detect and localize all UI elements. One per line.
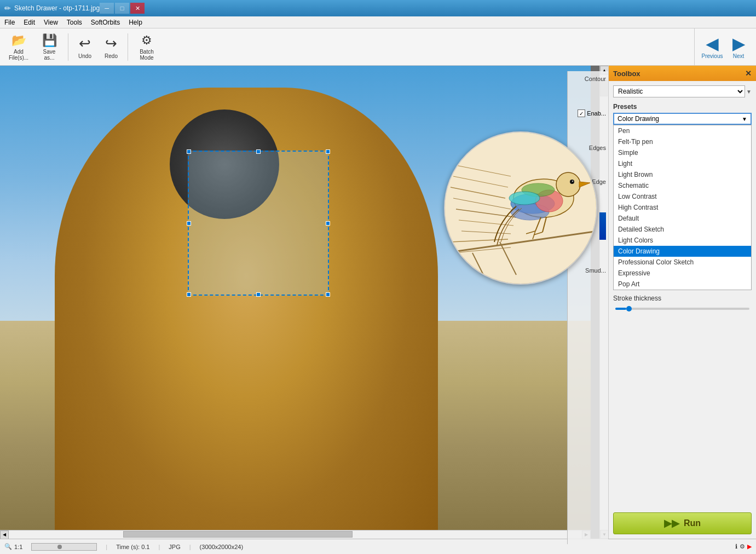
window-controls: ─ □ ✕ xyxy=(100,3,145,14)
next-button[interactable]: ▶ Next xyxy=(725,31,752,64)
menu-tools[interactable]: Tools xyxy=(62,18,86,27)
save-as-button[interactable]: 💾 Save as... xyxy=(35,31,64,63)
menu-view[interactable]: View xyxy=(39,18,62,27)
nav-arrows: ◀ Previous ▶ Next xyxy=(694,28,752,66)
previous-button[interactable]: ◀ Previous xyxy=(699,31,725,64)
magnify-inner xyxy=(445,132,596,284)
undo-label: Undo xyxy=(78,53,91,59)
run-icon: ▶▶ xyxy=(664,517,679,529)
magnify-circle xyxy=(444,131,597,285)
dropdown-item-light-brown[interactable]: Light Brown xyxy=(614,169,751,180)
menu-file[interactable]: File xyxy=(0,18,19,27)
selection-handle-tr[interactable] xyxy=(326,149,330,154)
format-segment: JPG xyxy=(169,544,180,550)
status-sep-3: | xyxy=(189,544,191,550)
batch-mode-label: Batch Mode xyxy=(140,49,154,61)
dropdown-item-color-drawing[interactable]: Color Drawing xyxy=(614,246,751,257)
undo-icon: ↩ xyxy=(76,34,94,52)
dropdown-item-light[interactable]: Light xyxy=(614,158,751,169)
toolbar-separator-2 xyxy=(128,33,128,61)
next-label: Next xyxy=(733,53,745,59)
menu-help[interactable]: Help xyxy=(124,18,147,27)
main-content: ◀ ▶ ▲ ▼ Contour ✓ Enab... Edges Edge Smu… xyxy=(0,66,756,539)
dropdown-item-pen[interactable]: Pen xyxy=(614,125,751,136)
menu-edit[interactable]: Edit xyxy=(19,18,39,27)
selection-handle-bl[interactable] xyxy=(187,292,191,297)
undo-button[interactable]: ↩ Undo xyxy=(73,31,97,63)
run-label: Run xyxy=(684,518,701,528)
selection-handle-ml[interactable] xyxy=(187,221,191,226)
info-icon[interactable]: ℹ xyxy=(735,543,737,550)
dropdown-item-detailed-sketch[interactable]: Detailed Sketch xyxy=(614,224,751,235)
maximize-button[interactable]: □ xyxy=(115,3,129,14)
batch-mode-icon: ⚙ xyxy=(138,33,155,48)
add-files-button[interactable]: 📂 Add File(s)... xyxy=(4,31,33,63)
selection-handle-br[interactable] xyxy=(326,292,330,297)
toolbar: 📂 Add File(s)... 💾 Save as... ↩ Undo ↪ R… xyxy=(0,28,756,66)
svg-point-16 xyxy=(570,180,574,184)
svg-point-17 xyxy=(572,181,573,182)
toolbox-close-button[interactable]: ✕ xyxy=(745,69,752,78)
scroll-left-button[interactable]: ◀ xyxy=(0,530,9,539)
stroke-fill xyxy=(615,308,626,310)
zoom-slider[interactable] xyxy=(31,543,97,551)
run-button[interactable]: ▶▶ Run xyxy=(613,512,752,534)
stroke-thickness-section: Stroke thickness xyxy=(613,295,752,313)
add-files-icon: 📂 xyxy=(10,33,27,48)
menu-softorbits[interactable]: SoftOrbits xyxy=(86,18,124,27)
zoom-value: 1:1 xyxy=(14,544,22,550)
time-segment: Time (s): 0.1 xyxy=(116,544,149,550)
preset-dropdown: Pen Felt-Tip pen Simple Light Light Brow… xyxy=(613,125,752,290)
stroke-thickness-slider[interactable] xyxy=(613,304,752,313)
selection-handle-tl[interactable] xyxy=(187,149,191,154)
stroke-thumb[interactable] xyxy=(626,306,632,311)
preset-selected-text: Color Drawing xyxy=(618,115,659,123)
zoom-thumb[interactable] xyxy=(57,545,62,549)
dropdown-item-light-colors[interactable]: Light Colors xyxy=(614,235,751,246)
youtube-icon[interactable]: ▶ xyxy=(747,543,752,550)
redo-button[interactable]: ↪ Redo xyxy=(99,31,123,63)
selection-box[interactable] xyxy=(188,151,329,296)
dropdown-item-professional-color[interactable]: Professional Color Sketch xyxy=(614,257,751,268)
stroke-track xyxy=(615,308,749,310)
status-bar: 🔍 1:1 | Time (s): 0.1 | JPG | (3000x2000… xyxy=(0,539,756,554)
batch-mode-button[interactable]: ⚙ Batch Mode xyxy=(132,31,161,63)
dropdown-item-felt-tip[interactable]: Felt-Tip pen xyxy=(614,136,751,147)
dropdown-item-pop-art[interactable]: Pop Art xyxy=(614,279,751,290)
dropdown-item-expressive[interactable]: Expressive xyxy=(614,268,751,279)
toolbar-separator-1 xyxy=(68,33,68,61)
status-right-icons: ℹ ⚙ ▶ xyxy=(735,543,752,550)
enable-checkbox[interactable]: ✓ xyxy=(578,109,585,117)
save-as-icon: 💾 xyxy=(41,33,58,48)
bird-sketch-svg xyxy=(445,132,597,285)
close-button[interactable]: ✕ xyxy=(130,3,145,14)
time-value: Time (s): 0.1 xyxy=(116,544,149,550)
selection-handle-mr[interactable] xyxy=(326,221,330,226)
add-files-label: Add File(s)... xyxy=(9,49,28,61)
toolbox-panel: Toolbox ✕ Realistic ▼ Presets Color Draw… xyxy=(608,66,756,539)
style-dropdown-arrow: ▼ xyxy=(746,89,752,95)
dropdown-item-low-contrast[interactable]: Low Contrast xyxy=(614,191,751,202)
selection-handle-tm[interactable] xyxy=(256,149,261,154)
dropdown-item-default[interactable]: Default xyxy=(614,213,751,224)
style-select[interactable]: Realistic xyxy=(613,85,745,97)
svg-point-22 xyxy=(509,192,540,205)
dimensions-segment: (3000x2000x24) xyxy=(200,544,244,550)
dimensions-value: (3000x2000x24) xyxy=(200,544,244,550)
horizontal-scrollbar[interactable]: ◀ ▶ xyxy=(0,530,591,539)
redo-label: Redo xyxy=(105,53,118,59)
enable-row: ✓ Enab... xyxy=(570,109,606,117)
dropdown-item-high-contrast[interactable]: High Contrast xyxy=(614,202,751,213)
h-scroll-track[interactable] xyxy=(9,530,582,539)
dropdown-item-simple[interactable]: Simple xyxy=(614,147,751,158)
next-arrow-icon: ▶ xyxy=(732,35,745,53)
zoom-icon: 🔍 xyxy=(4,543,12,550)
selection-handle-bm[interactable] xyxy=(256,292,261,297)
style-select-row: Realistic ▼ xyxy=(613,85,752,97)
dropdown-item-schematic[interactable]: Schematic xyxy=(614,180,751,191)
settings-icon[interactable]: ⚙ xyxy=(740,543,745,550)
preset-selected-display[interactable]: Color Drawing ▼ xyxy=(613,113,752,125)
h-scroll-thumb[interactable] xyxy=(123,531,353,538)
minimize-button[interactable]: ─ xyxy=(100,3,114,14)
title-icon: ✏ xyxy=(4,4,11,13)
